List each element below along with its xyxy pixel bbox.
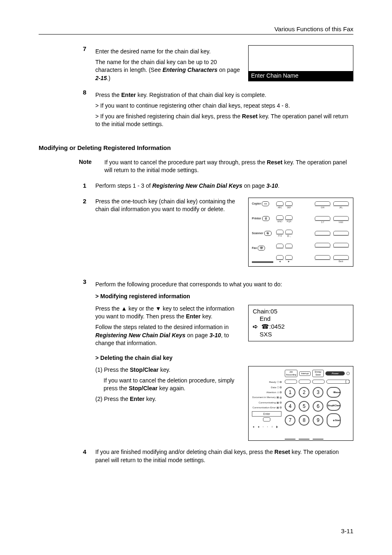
step4-body: If you are finished modifying and/or del… <box>95 448 353 464</box>
numkey-6: 6 <box>313 401 323 412</box>
note-body: If you want to cancel the procedure part… <box>104 159 353 175</box>
enter-key-icon <box>263 417 270 421</box>
mode-copier-icon: ▭ <box>262 201 269 206</box>
step-number-3: 3 <box>79 278 95 441</box>
step8-bullet1: > If you want to continue registering ot… <box>95 102 353 110</box>
step3-intro: Perform the following procedure that cor… <box>95 281 353 289</box>
step8-bullet2: > If you are finished registering chain … <box>95 113 353 129</box>
numkey-5: 5 <box>299 401 309 412</box>
numkey-7: 7 <box>285 415 295 426</box>
dots-icon: ● ● ◦ ◦ ○ ◗ <box>252 425 281 429</box>
note-label: Note <box>79 159 104 175</box>
step-number-8: 8 <box>79 89 95 131</box>
numkey-2: 2 <box>299 387 309 398</box>
step-number-1: 1 <box>79 182 95 190</box>
numkey-4: 4 <box>285 401 295 412</box>
step8-intro: Press the Enter key. Registration of tha… <box>95 91 353 99</box>
lcd-figure-chain-name: Enter Chain Name <box>248 45 353 81</box>
reset-key: ⟲Reset <box>327 387 341 398</box>
phone-icon: ☎ <box>261 323 269 330</box>
start-key: ◈Start <box>327 413 341 427</box>
numpad-figure: Ready⬡ Data⬡ Attention⚠ Document in Memo… <box>248 366 353 441</box>
step3-sub2: > Deleting the chain dial key <box>95 354 353 362</box>
mode-scanner-icon: ⧉ <box>264 231 272 236</box>
page-number: 3-11 <box>341 527 353 534</box>
lcd-title: Enter Chain Name <box>249 71 353 81</box>
section-heading: Modifying or Deleting Registered Informa… <box>39 144 353 151</box>
mode-printer-icon: ⎙ <box>262 216 270 221</box>
step-number-2: 2 <box>79 198 95 271</box>
step-number-4: 4 <box>79 448 95 464</box>
stopclear-key: %Stop/ Clear <box>327 400 341 411</box>
mode-fax-icon: ☏ <box>258 246 265 251</box>
power-pill: Power <box>325 371 345 375</box>
numkey-3: 3 <box>313 387 323 398</box>
step3-sub1: > Modifying registered information <box>95 292 353 301</box>
onetouch-keypad-figure: Copier▭ Printer⎙ Scanner⧉ Fax☏ ABC DEF M… <box>248 198 353 267</box>
step-number-7: 7 <box>79 45 95 85</box>
lcd-chain-info: Chain:05 End ➪ ☎:0452 SXS <box>248 305 353 341</box>
numkey-1: 1 <box>285 387 295 398</box>
numkey-9: 9 <box>313 415 323 426</box>
power-led-icon <box>346 372 350 375</box>
pointer-icon: ➪ <box>253 323 261 330</box>
page-header: Various Functions of this Fax <box>39 25 353 35</box>
step1-body: Perform steps 1 - 3 of Registering New C… <box>95 182 353 190</box>
numkey-8: 8 <box>299 415 309 426</box>
